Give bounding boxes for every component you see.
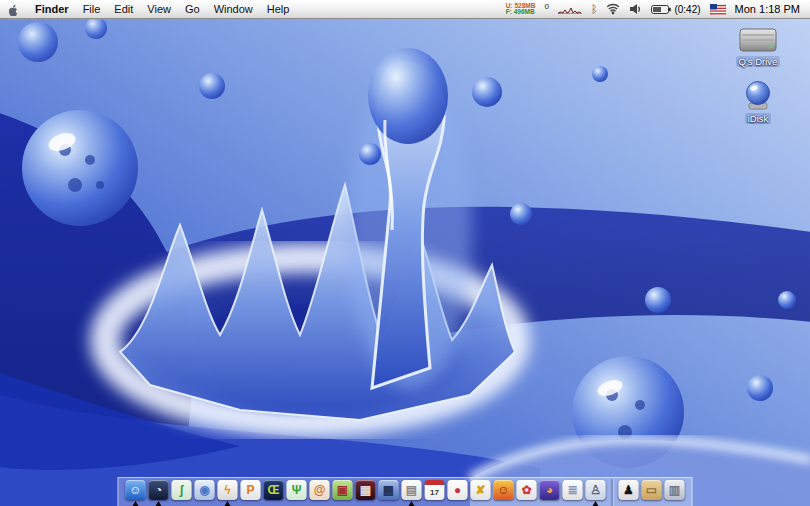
dock-item-ce-letters-app[interactable]: Œ: [264, 478, 284, 506]
menu-bar: Finder File Edit View Go Window Help U: …: [0, 0, 810, 19]
menu-view[interactable]: View: [147, 3, 171, 15]
dock-item-bird-app[interactable]: ◔: [149, 478, 169, 506]
dock-item-folder[interactable]: ▭: [642, 478, 662, 506]
dock: ☺◔ʃ◉ϟPŒΨ@▣▦▩▤17●✘☺✿◕≣♙♟▭▥: [118, 477, 693, 506]
running-indicator: [156, 501, 162, 506]
dock-item-gold-tools-app[interactable]: ✘: [471, 478, 491, 506]
menu-go[interactable]: Go: [185, 3, 200, 15]
dock-item-green-figure-app[interactable]: ʃ: [172, 478, 192, 506]
dock-item-shell-quill-app[interactable]: @: [310, 478, 330, 506]
scroll-app-icon: ≣: [563, 480, 583, 500]
menu-edit[interactable]: Edit: [114, 3, 133, 15]
dock-item-film-reels-app[interactable]: ▦: [356, 478, 376, 506]
parrot-app-icon: ✿: [517, 480, 537, 500]
desktop-icon-label: iDisk: [745, 113, 772, 124]
calendar-app-icon: 17: [425, 480, 445, 500]
dock-item-calendar-app[interactable]: 17: [425, 478, 445, 506]
shell-quill-app-icon: @: [310, 480, 330, 500]
bird-app-icon: ◔: [149, 480, 169, 500]
blue-orb-app-icon: ◉: [195, 480, 215, 500]
memory-meter[interactable]: U: 528MB F: 496MB: [506, 3, 536, 16]
dock-item-purple-orb-app[interactable]: ◕: [540, 478, 560, 506]
dock-item-photo-disk-app[interactable]: ▣: [333, 478, 353, 506]
purple-orb-app-icon: ◕: [540, 480, 560, 500]
dock-item-photo-viewer-app[interactable]: ▤: [402, 478, 422, 506]
desktop-icons: Q's Drive iDisk: [720, 26, 796, 124]
green-figure-app-icon: ʃ: [172, 480, 192, 500]
wifi-icon[interactable]: [606, 3, 620, 15]
menu-window[interactable]: Window: [214, 3, 253, 15]
running-indicator: [593, 501, 599, 506]
us-flag-icon[interactable]: [710, 4, 726, 15]
dock-item-apple-logo-app[interactable]: ●: [448, 478, 468, 506]
desktop-icon-label: Q's Drive: [736, 56, 781, 67]
running-indicator: [225, 501, 231, 506]
hard-drive-icon: [739, 26, 777, 54]
running-indicator: [409, 501, 415, 506]
dock-item-scroll-app[interactable]: ≣: [563, 478, 583, 506]
battery-icon: [651, 4, 671, 15]
gold-runner-app-icon: ϟ: [218, 480, 238, 500]
idisk-globe-icon: [743, 80, 773, 111]
finder-icon: ☺: [126, 480, 146, 500]
desktop-icon-idisk[interactable]: iDisk: [743, 80, 773, 124]
menu-help[interactable]: Help: [267, 3, 290, 15]
dock-item-parrot-app[interactable]: ✿: [517, 478, 537, 506]
wallpaper-water-splash: [0, 0, 810, 506]
menu-file[interactable]: File: [83, 3, 101, 15]
dock-item-white-cat-app[interactable]: ♙: [586, 478, 606, 506]
dock-item-bw-cat-doc[interactable]: ♟: [619, 478, 639, 506]
photo-disk-app-icon: ▣: [333, 480, 353, 500]
apple-menu[interactable]: [8, 3, 19, 16]
apple-logo-icon: [8, 3, 19, 16]
trash-icon: ▥: [665, 480, 685, 500]
dock-item-clapper-app[interactable]: ▩: [379, 478, 399, 506]
network-graph-icon[interactable]: [558, 4, 582, 15]
dock-item-gold-runner-app[interactable]: ϟ: [218, 478, 238, 506]
dock-item-green-dragon-app[interactable]: Ψ: [287, 478, 307, 506]
dock-item-trash[interactable]: ▥: [665, 478, 685, 506]
menu-clock[interactable]: Mon 1:18 PM: [735, 3, 800, 15]
dock-item-blue-orb-app[interactable]: ◉: [195, 478, 215, 506]
dock-item-p-letter-app[interactable]: P: [241, 478, 261, 506]
bw-cat-doc-icon: ♟: [619, 480, 639, 500]
jester-face-app-icon: ☺: [494, 480, 514, 500]
film-reels-app-icon: ▦: [356, 480, 376, 500]
desktop-icon-hard-drive[interactable]: Q's Drive: [736, 26, 781, 67]
dock-items: ☺◔ʃ◉ϟPŒΨ@▣▦▩▤17●✘☺✿◕≣♙♟▭▥: [126, 478, 685, 506]
white-cat-app-icon: ♙: [586, 480, 606, 500]
battery-time-label: (0:42): [674, 4, 700, 15]
menu-finder[interactable]: Finder: [35, 3, 69, 15]
apple-logo-app-icon: ●: [448, 480, 468, 500]
battery-menu[interactable]: (0:42): [651, 4, 700, 15]
dock-item-finder[interactable]: ☺: [126, 478, 146, 506]
running-indicator: [133, 501, 139, 506]
pageouts-counter[interactable]: 0: [544, 2, 548, 11]
bluetooth-icon[interactable]: ᛒ: [591, 4, 598, 15]
p-letter-app-icon: P: [241, 480, 261, 500]
memory-free-label: F: 496MB: [506, 9, 536, 16]
gold-tools-app-icon: ✘: [471, 480, 491, 500]
clapper-app-icon: ▩: [379, 480, 399, 500]
green-dragon-app-icon: Ψ: [287, 480, 307, 500]
volume-icon[interactable]: [629, 3, 642, 15]
dock-separator: [612, 479, 613, 506]
ce-letters-app-icon: Œ: [264, 480, 284, 500]
dock-item-jester-face-app[interactable]: ☺: [494, 478, 514, 506]
photo-viewer-app-icon: ▤: [402, 480, 422, 500]
folder-icon: ▭: [642, 480, 662, 500]
